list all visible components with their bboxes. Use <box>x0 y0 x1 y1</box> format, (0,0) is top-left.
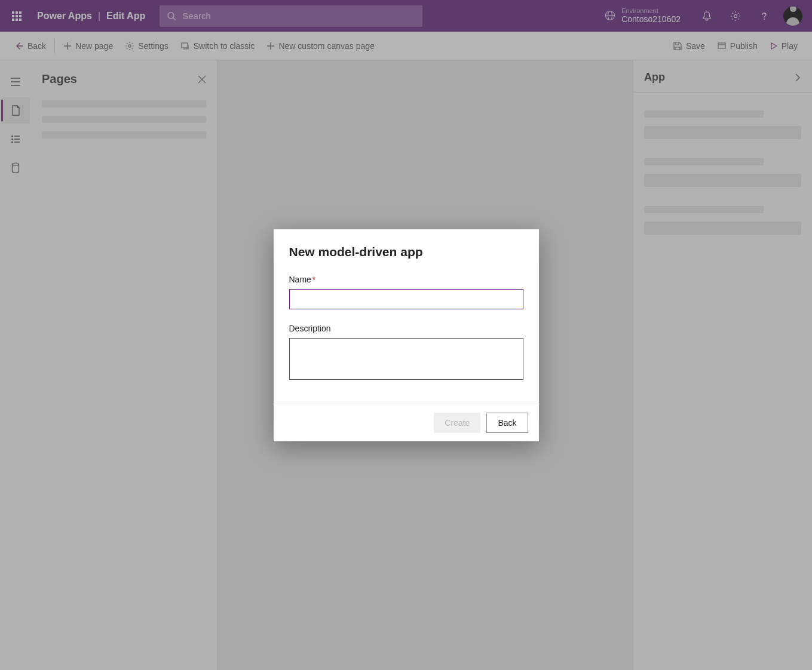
back-dialog-button[interactable]: Back <box>486 413 528 433</box>
modal-overlay: New model-driven app Name* Description C… <box>0 0 812 670</box>
new-app-dialog: New model-driven app Name* Description C… <box>274 229 539 441</box>
dialog-title: New model-driven app <box>289 245 523 259</box>
create-button[interactable]: Create <box>434 413 480 433</box>
description-label: Description <box>289 324 523 333</box>
name-label: Name* <box>289 275 523 284</box>
description-input[interactable] <box>289 338 523 380</box>
name-input[interactable] <box>289 289 523 309</box>
